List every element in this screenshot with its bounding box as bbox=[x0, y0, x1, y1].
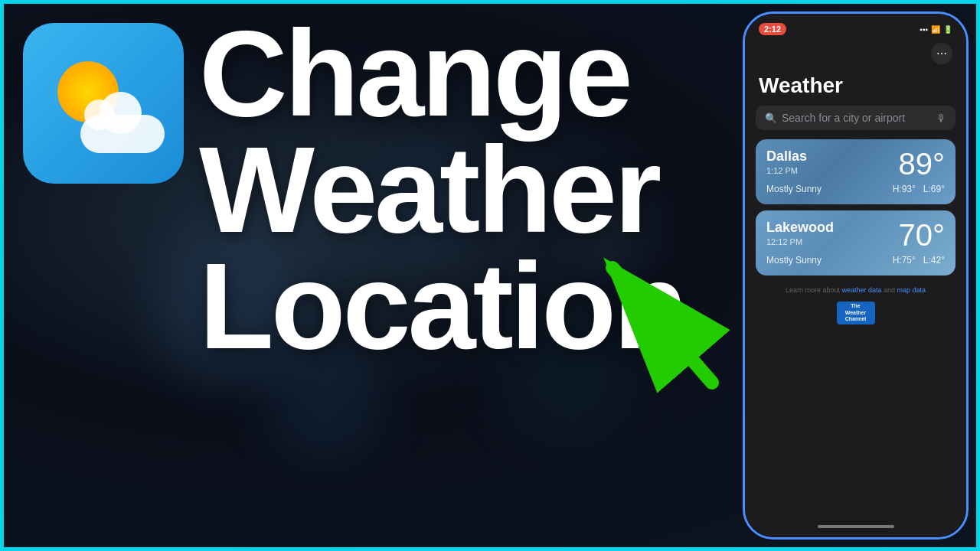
home-indicator bbox=[745, 525, 966, 528]
dallas-time: 1:12 PM bbox=[766, 166, 807, 175]
map-data-link[interactable]: map data bbox=[897, 286, 926, 294]
search-icon: 🔍 bbox=[765, 112, 777, 124]
search-input[interactable]: Search for a city or airport bbox=[782, 112, 932, 124]
dallas-hilo: H:93° L:69° bbox=[893, 184, 945, 194]
battery-icon: 🔋 bbox=[943, 25, 952, 34]
cloud-icon bbox=[80, 99, 165, 153]
lakewood-hilo: H:75° L:42° bbox=[893, 255, 945, 266]
signal-icon: ▪▪▪ bbox=[920, 25, 928, 34]
more-button-container: ⋯ bbox=[745, 40, 966, 70]
weather-data-link[interactable]: weather data bbox=[841, 286, 881, 294]
app-icon bbox=[23, 23, 184, 184]
lakewood-card-bottom: Mostly Sunny H:75° L:42° bbox=[766, 255, 945, 266]
lakewood-time: 12:12 PM bbox=[766, 237, 834, 246]
status-icons: ▪▪▪ 📶 🔋 bbox=[920, 25, 952, 34]
dallas-condition: Mostly Sunny bbox=[766, 184, 822, 194]
dallas-card-bottom: Mostly Sunny H:93° L:69° bbox=[766, 184, 945, 194]
phone-mockup: 2:12 ▪▪▪ 📶 🔋 ⋯ Weather 🔍 Search for a ci… bbox=[743, 11, 969, 540]
lakewood-temp: 70° bbox=[899, 220, 946, 250]
search-bar[interactable]: 🔍 Search for a city or airport 🎙 bbox=[756, 106, 956, 130]
dallas-city: Dallas bbox=[766, 148, 807, 165]
app-icon-graphic bbox=[42, 54, 165, 153]
credits-text: Learn more about weather data and map da… bbox=[745, 282, 966, 298]
microphone-icon[interactable]: 🎙 bbox=[936, 112, 946, 124]
lakewood-info: Lakewood 12:12 PM bbox=[766, 220, 834, 246]
dallas-card-top: Dallas 1:12 PM 89° bbox=[766, 148, 945, 179]
more-button[interactable]: ⋯ bbox=[931, 43, 952, 64]
status-time: 2:12 bbox=[759, 23, 786, 35]
dallas-info: Dallas 1:12 PM bbox=[766, 148, 807, 175]
lakewood-card-top: Lakewood 12:12 PM 70° bbox=[766, 220, 945, 250]
status-bar: 2:12 ▪▪▪ 📶 🔋 bbox=[745, 14, 966, 40]
twc-logo: TheWeatherChannel bbox=[837, 302, 875, 324]
phone-screen: 2:12 ▪▪▪ 📶 🔋 ⋯ Weather 🔍 Search for a ci… bbox=[745, 14, 966, 537]
dallas-temp: 89° bbox=[899, 148, 946, 179]
weather-title: Weather bbox=[745, 70, 966, 106]
dallas-weather-card[interactable]: Dallas 1:12 PM 89° Mostly Sunny H:93° L:… bbox=[756, 139, 956, 204]
wifi-icon: 📶 bbox=[931, 25, 940, 34]
lakewood-condition: Mostly Sunny bbox=[766, 255, 822, 266]
home-bar bbox=[818, 525, 894, 528]
lakewood-weather-card[interactable]: Lakewood 12:12 PM 70° Mostly Sunny H:75°… bbox=[756, 210, 956, 276]
twc-logo-text: TheWeatherChannel bbox=[845, 303, 867, 322]
lakewood-city: Lakewood bbox=[766, 220, 834, 236]
